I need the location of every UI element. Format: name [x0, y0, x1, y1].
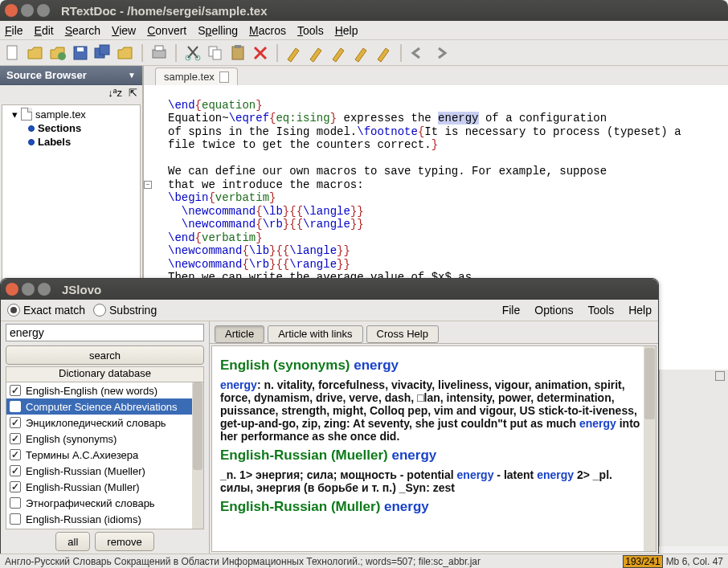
dict-row[interactable]: English-Russian (Mueller) — [6, 463, 203, 479]
checkbox[interactable] — [10, 417, 21, 428]
dict-label: Computer Science Abbreviations — [26, 401, 178, 413]
tab-article[interactable]: Article — [215, 325, 264, 343]
tab-article-links[interactable]: Article with links — [268, 325, 362, 343]
checkbox[interactable] — [10, 497, 21, 509]
save-icon[interactable] — [71, 43, 90, 63]
tree-file[interactable]: ▾sample.tex — [2, 107, 140, 121]
jslovo-window: JSlovo Exact match Substring File Option… — [0, 278, 659, 554]
checkbox[interactable] — [10, 465, 21, 476]
dict-row[interactable]: Этнографический словарь — [6, 495, 203, 511]
window-title: RTextDoc - /home/sergei/sample.tex — [61, 4, 267, 18]
maximize-icon[interactable] — [38, 283, 51, 296]
menu-spelling[interactable]: Spelling — [198, 24, 238, 37]
brush5-icon[interactable] — [374, 43, 394, 63]
menu-macros[interactable]: Macros — [249, 24, 286, 37]
brush1-icon[interactable] — [284, 43, 304, 63]
jslovo-menu-tools[interactable]: Tools — [588, 304, 615, 317]
checkbox[interactable] — [10, 449, 21, 460]
brush2-icon[interactable] — [307, 43, 326, 63]
recent-icon[interactable] — [48, 43, 67, 63]
checkbox[interactable] — [10, 513, 21, 525]
search-button[interactable]: search — [6, 345, 204, 365]
dict-row[interactable]: Computer Science Abbreviations — [6, 398, 203, 415]
minimize-icon[interactable] — [22, 283, 35, 296]
menu-view[interactable]: View — [112, 24, 136, 37]
toolbar — [0, 40, 728, 66]
search-input[interactable] — [6, 324, 204, 341]
checkbox[interactable] — [10, 385, 21, 396]
pin-icon[interactable] — [715, 371, 725, 381]
menu-search[interactable]: Search — [65, 24, 100, 37]
sort-alpha-icon[interactable]: ↓ªz — [108, 87, 122, 101]
minimize-icon[interactable] — [21, 4, 34, 17]
dict-row[interactable]: English-English (new words) — [6, 382, 203, 398]
new-icon[interactable] — [3, 43, 22, 63]
dict-label: English-Russian (idioms) — [26, 513, 141, 525]
code-editor[interactable]: –\end{equation} Equation~\eqref{eq:ising… — [144, 85, 728, 297]
redo-icon[interactable] — [431, 43, 450, 63]
dict-label: English-Russian (Muller) — [26, 481, 140, 493]
all-button[interactable]: all — [55, 532, 90, 551]
cut-icon[interactable] — [183, 43, 202, 63]
print-icon[interactable] — [149, 43, 169, 63]
memory-badge: 193/241 — [623, 555, 662, 568]
jslovo-titlebar: JSlovo — [1, 279, 658, 300]
statusbar: Англо-Русский Словарь Сокращений в Облас… — [0, 554, 728, 568]
fold-icon[interactable]: – — [144, 181, 152, 189]
dict-row[interactable]: English-Russian (Muller) — [6, 479, 203, 495]
dict-label: English-English (new words) — [26, 385, 157, 397]
folder-icon[interactable] — [116, 43, 135, 63]
delete-icon[interactable] — [251, 43, 270, 63]
brush3-icon[interactable] — [329, 43, 349, 63]
rtextdoc-titlebar: RTextDoc - /home/sergei/sample.tex — [0, 0, 728, 21]
chevron-down-icon[interactable]: ▼ — [128, 71, 136, 80]
radio-exact[interactable] — [7, 304, 20, 317]
radio-substring[interactable] — [93, 304, 106, 317]
close-icon[interactable] — [6, 283, 18, 296]
copy-icon[interactable] — [206, 43, 225, 63]
dict-row[interactable]: English-Russian (idioms) — [6, 511, 203, 527]
dict-row[interactable]: English (synonyms) — [6, 431, 203, 447]
checkbox[interactable] — [10, 401, 21, 412]
tree-sections[interactable]: Sections — [2, 121, 140, 135]
undo-icon[interactable] — [408, 43, 427, 63]
jslovo-menu-options[interactable]: Options — [534, 304, 573, 317]
checkbox[interactable] — [10, 433, 21, 444]
dict-label: Этнографический словарь — [26, 497, 155, 509]
dict-row[interactable]: Термины А.С.Ахиезера — [6, 447, 203, 463]
menu-tools[interactable]: Tools — [297, 24, 324, 37]
dict-header: Dictionary database — [6, 366, 204, 382]
menu-help[interactable]: Help — [335, 24, 358, 37]
article-view: English (synonyms) energy energy: n. vit… — [211, 345, 656, 552]
dict-label: Энциклопедический словарь — [26, 417, 166, 429]
checkbox[interactable] — [10, 481, 21, 492]
remove-button[interactable]: remove — [95, 532, 153, 551]
tree-labels[interactable]: Labels — [2, 135, 140, 149]
brush4-icon[interactable] — [352, 43, 371, 63]
tab-sample[interactable]: sample.tex — [155, 67, 238, 85]
menu-edit[interactable]: Edit — [35, 24, 54, 37]
radio-substring-label: Substring — [109, 304, 157, 317]
close-icon[interactable] — [5, 4, 18, 17]
dict-row[interactable]: Энциклопедический словарь — [6, 415, 203, 431]
tree-icon[interactable]: ⇱ — [129, 87, 137, 101]
cursor-pos: Mb 6, Col. 47 — [666, 556, 723, 567]
jslovo-menu-file[interactable]: File — [502, 304, 521, 317]
jslovo-menu-help[interactable]: Help — [628, 304, 652, 317]
tab-cross-help[interactable]: Cross Help — [366, 325, 439, 343]
scrollbar[interactable] — [644, 346, 656, 551]
scrollbar[interactable] — [192, 382, 203, 529]
dict-label: English (synonyms) — [26, 433, 117, 445]
file-icon — [219, 72, 229, 83]
saveall-icon[interactable] — [93, 43, 112, 63]
svg-rect-7 — [155, 46, 163, 51]
svg-rect-13 — [235, 45, 241, 48]
collapse-icon[interactable]: ▾ — [12, 108, 18, 121]
tree-file-label: sample.tex — [35, 108, 86, 121]
menu-file[interactable]: File — [5, 24, 23, 37]
maximize-icon[interactable] — [37, 4, 50, 17]
paste-icon[interactable] — [228, 43, 247, 63]
menu-convert[interactable]: Convert — [147, 24, 186, 37]
file-icon — [21, 108, 32, 121]
open-icon[interactable] — [26, 43, 45, 63]
